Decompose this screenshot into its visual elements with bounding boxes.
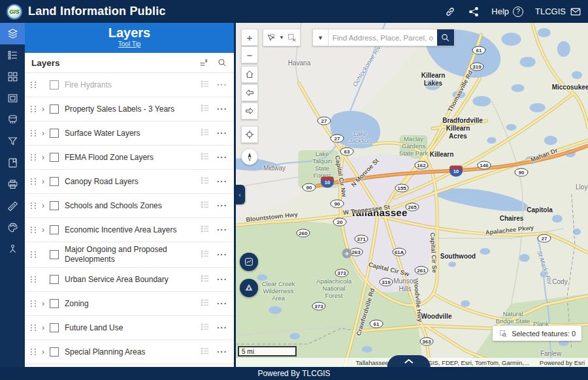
- expand-chevron-icon[interactable]: ›: [38, 104, 48, 114]
- layer-label[interactable]: Special Planning Areas: [65, 347, 200, 357]
- drag-handle-icon[interactable]: [29, 178, 38, 185]
- legend-list-icon[interactable]: [200, 127, 210, 140]
- previous-extent-button[interactable]: [241, 84, 258, 101]
- link-icon[interactable]: [444, 6, 456, 18]
- expand-chevron-icon[interactable]: ›: [38, 129, 48, 138]
- zoom-in-button[interactable]: +: [241, 29, 258, 46]
- drag-handle-icon[interactable]: [29, 202, 38, 209]
- search-source-dropdown[interactable]: ▼: [313, 29, 329, 46]
- legend-list-icon[interactable]: [200, 274, 210, 286]
- layer-checkbox[interactable]: [50, 299, 59, 308]
- layer-options-icon[interactable]: ···: [217, 300, 229, 307]
- search-button[interactable]: [437, 29, 454, 46]
- zoom-out-button[interactable]: −: [241, 46, 258, 63]
- expand-chevron-icon[interactable]: ›: [38, 177, 48, 186]
- contact-button[interactable]: TLCGIS: [535, 6, 581, 18]
- next-extent-button[interactable]: [241, 103, 258, 119]
- sidebar-item-table[interactable]: [0, 109, 25, 131]
- layer-options-icon[interactable]: ···: [217, 106, 229, 112]
- layer-options-icon[interactable]: ···: [217, 349, 229, 355]
- layer-checkbox[interactable]: [50, 153, 59, 162]
- drag-handle-icon[interactable]: [29, 154, 38, 161]
- drag-handle-icon[interactable]: [29, 251, 38, 258]
- layer-options-icon[interactable]: ···: [217, 130, 229, 136]
- sidebar-item-network[interactable]: [0, 238, 25, 260]
- expand-chevron-icon[interactable]: ›: [38, 225, 48, 234]
- sidebar-item-print[interactable]: [0, 174, 25, 195]
- layer-label[interactable]: Urban Service Area Boundary: [65, 275, 200, 285]
- layer-checkbox[interactable]: [50, 347, 59, 356]
- drag-handle-icon[interactable]: [29, 276, 38, 283]
- layer-label[interactable]: Canopy Road Layers: [65, 177, 200, 187]
- help-button[interactable]: Help ?: [491, 7, 523, 17]
- drag-handle-icon[interactable]: [29, 130, 38, 136]
- chart-widget-button[interactable]: [240, 253, 258, 271]
- select-tool-icon[interactable]: [266, 33, 276, 43]
- panel-collapse-tab[interactable]: ‹: [236, 185, 245, 204]
- map-view[interactable]: HavanaKillearn LakesMiccosukeeBradfordvi…: [236, 23, 588, 367]
- layer-checkbox[interactable]: [50, 104, 59, 114]
- layer-checkbox[interactable]: [50, 129, 59, 138]
- sidebar-item-layers[interactable]: [0, 23, 25, 44]
- layer-label[interactable]: Economic Incentive Area Layers: [65, 225, 200, 235]
- search-layers-icon[interactable]: [217, 57, 227, 68]
- selected-features-badge[interactable]: Selected features: 0: [493, 326, 581, 341]
- sidebar-item-filter[interactable]: [0, 131, 25, 152]
- share-icon[interactable]: [468, 6, 480, 18]
- layer-checkbox[interactable]: [50, 275, 59, 284]
- layer-options-icon[interactable]: ···: [217, 325, 229, 331]
- legend-list-icon[interactable]: [200, 322, 210, 334]
- layer-label[interactable]: Surface Water Layers: [65, 129, 200, 138]
- legend-list-icon[interactable]: [200, 176, 210, 188]
- layer-label[interactable]: Fire Hydrants: [65, 80, 200, 90]
- legend-list-icon[interactable]: [200, 79, 210, 91]
- search-input[interactable]: [329, 29, 437, 46]
- drag-handle-icon[interactable]: [29, 300, 38, 307]
- layer-label[interactable]: Schools and Schools Zones: [65, 201, 200, 211]
- expand-chevron-icon[interactable]: ›: [38, 299, 48, 308]
- bottom-panel-tab[interactable]: [387, 355, 430, 367]
- expand-chevron-icon[interactable]: ›: [38, 153, 48, 162]
- layer-checkbox[interactable]: [50, 323, 59, 332]
- compass-button[interactable]: [241, 148, 258, 165]
- layer-options-icon[interactable]: ···: [217, 178, 229, 185]
- layer-options-icon[interactable]: ···: [217, 154, 229, 161]
- select-dropdown-caret[interactable]: ▼: [279, 35, 284, 40]
- clear-selection-icon[interactable]: [287, 33, 297, 43]
- layer-options-icon[interactable]: ···: [217, 82, 229, 88]
- sidebar-item-measure[interactable]: [0, 195, 25, 217]
- drag-handle-icon[interactable]: [29, 106, 38, 112]
- layer-options-icon[interactable]: ···: [217, 251, 229, 258]
- layer-label[interactable]: Property Sales Labels - 3 Years: [65, 104, 200, 114]
- layer-checkbox[interactable]: [50, 201, 59, 210]
- layer-options-icon[interactable]: ···: [217, 227, 229, 233]
- tool-tip-link[interactable]: Tool Tip: [25, 40, 234, 48]
- drag-handle-icon[interactable]: [29, 325, 38, 331]
- legend-list-icon[interactable]: [200, 200, 210, 212]
- legend-list-icon[interactable]: [200, 249, 210, 261]
- sidebar-item-draw[interactable]: [0, 217, 25, 238]
- layer-checkbox[interactable]: [50, 177, 59, 186]
- layer-checkbox[interactable]: [50, 80, 59, 89]
- sidebar-item-basemap[interactable]: [0, 87, 25, 109]
- layer-label[interactable]: Major Ongoing and Proposed Developments: [65, 245, 200, 264]
- layer-options-icon[interactable]: ···: [217, 202, 229, 209]
- layer-label[interactable]: Future Land Use: [65, 323, 200, 333]
- sidebar-item-legend[interactable]: [0, 44, 25, 66]
- home-button[interactable]: [241, 66, 258, 83]
- expand-chevron-icon[interactable]: ›: [38, 201, 48, 210]
- expand-chevron-icon[interactable]: ›: [38, 323, 48, 332]
- layer-label[interactable]: Zoning: [65, 299, 200, 309]
- drag-handle-icon[interactable]: [29, 227, 38, 233]
- drag-handle-icon[interactable]: [29, 349, 38, 355]
- legend-list-icon[interactable]: [200, 346, 210, 358]
- arrange-layers-icon[interactable]: [199, 57, 209, 68]
- legend-list-icon[interactable]: [200, 298, 210, 310]
- layer-checkbox[interactable]: [50, 225, 59, 234]
- drag-handle-icon[interactable]: [29, 82, 38, 88]
- layer-checkbox[interactable]: [50, 250, 59, 259]
- layer-options-icon[interactable]: ···: [217, 276, 229, 283]
- layer-label[interactable]: FEMA Flood Zone Layers: [65, 153, 200, 163]
- legend-list-icon[interactable]: [200, 103, 210, 116]
- analysis-widget-button[interactable]: [240, 279, 258, 297]
